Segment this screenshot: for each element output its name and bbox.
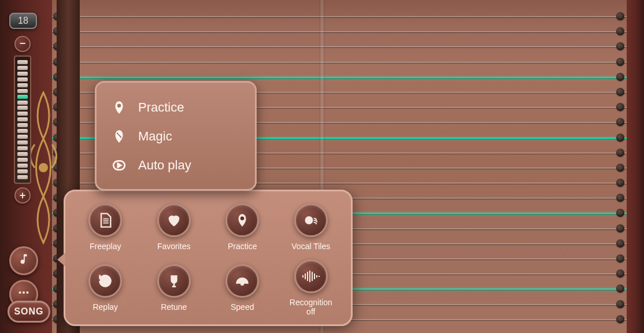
tool-label: Freeplay — [90, 242, 121, 251]
grommet — [616, 42, 624, 50]
tool-label: Practice — [228, 242, 257, 251]
song-button-label: SONG — [14, 306, 43, 317]
increment-button[interactable]: + — [14, 187, 31, 204]
svg-point-1 — [19, 291, 21, 294]
document-icon — [88, 204, 122, 237]
string-line[interactable] — [52, 46, 627, 47]
grommet — [616, 315, 624, 323]
svg-point-2 — [23, 291, 25, 294]
slider-notch — [17, 106, 28, 110]
song-button[interactable]: SONG — [8, 301, 50, 323]
string-line[interactable] — [52, 77, 627, 79]
string-slider-panel: − + — [6, 36, 39, 204]
pick-icon — [225, 204, 259, 237]
gauge-icon — [225, 264, 259, 298]
decrement-button[interactable]: − — [14, 36, 31, 52]
svg-point-7 — [305, 216, 313, 224]
grommet — [616, 12, 624, 20]
slider-notch — [17, 123, 28, 127]
grommet — [616, 27, 624, 35]
slider-notch — [17, 175, 28, 179]
music-library-button[interactable] — [9, 246, 38, 275]
voice-icon — [294, 204, 328, 237]
svg-rect-10 — [305, 273, 306, 279]
dots-icon — [17, 286, 30, 302]
slider-notch — [17, 112, 28, 116]
tool-label: Speed — [231, 302, 254, 312]
svg-point-6 — [240, 217, 245, 221]
svg-rect-14 — [314, 273, 315, 279]
tool-item-replay[interactable]: Replay — [79, 260, 132, 316]
slider-notch — [17, 60, 28, 64]
slider-notch — [17, 117, 28, 121]
grommet — [616, 73, 624, 81]
mode-item-magic[interactable]: Magic — [108, 122, 243, 151]
tool-item-gauge[interactable]: Speed — [216, 260, 269, 316]
grommet — [616, 149, 624, 157]
grommet — [616, 300, 624, 308]
tool-item-voice[interactable]: Vocal Tiles — [285, 199, 338, 255]
tool-item-document[interactable]: Freeplay — [79, 199, 132, 255]
tuning-fork-icon — [157, 264, 191, 298]
svg-point-4 — [117, 104, 121, 108]
grommet — [616, 239, 624, 247]
grommet — [616, 224, 624, 232]
slider-notch — [17, 95, 28, 99]
minus-icon: − — [20, 38, 26, 50]
tool-label: Retune — [161, 302, 187, 312]
replay-icon — [88, 264, 122, 298]
grommet — [616, 88, 624, 96]
waveform-icon — [294, 260, 328, 293]
heart-icon — [157, 204, 191, 237]
slider-notch — [17, 140, 28, 145]
grommet — [616, 58, 624, 66]
svg-point-3 — [26, 291, 28, 294]
tool-label: Vocal Tiles — [291, 242, 330, 251]
mode-item-autoplay[interactable]: Auto play — [108, 151, 243, 180]
string-line[interactable] — [52, 62, 627, 63]
slider-notch — [17, 72, 28, 76]
grommet — [616, 179, 624, 187]
string-counter-badge: 18 — [9, 13, 37, 29]
tool-label: Recognition off — [285, 298, 338, 316]
mode-item-practice[interactable]: Practice — [108, 93, 243, 122]
string-counter-value: 18 — [18, 16, 28, 26]
grommet — [616, 164, 624, 172]
slider-notch — [17, 83, 28, 87]
svg-rect-12 — [309, 271, 310, 282]
grommet — [616, 194, 624, 202]
grommet — [616, 209, 624, 217]
slider-notch — [17, 66, 28, 70]
tool-item-heart[interactable]: Favorites — [148, 199, 201, 255]
grommet — [616, 118, 624, 126]
svg-point-8 — [242, 283, 244, 285]
toolbar-panel: FreeplayFavoritesPracticeVocal TilesRepl… — [64, 190, 353, 326]
mode-item-label: Magic — [138, 129, 172, 144]
mode-item-label: Practice — [138, 100, 184, 115]
string-line[interactable] — [52, 16, 627, 17]
slider-notch — [17, 169, 28, 173]
string-line[interactable] — [52, 31, 627, 32]
music-note-icon — [17, 253, 30, 269]
grommet — [616, 269, 624, 278]
slider-notch — [17, 152, 28, 156]
wood-panel-right — [627, 0, 644, 333]
svg-rect-15 — [316, 275, 317, 278]
slider-notch — [17, 146, 28, 150]
slider-notch — [17, 101, 28, 105]
svg-point-0 — [39, 163, 48, 172]
plus-icon: + — [20, 190, 26, 202]
pick-mic-icon — [110, 99, 128, 116]
tool-item-waveform[interactable]: Recognition off — [285, 260, 338, 316]
tool-item-tuning-fork[interactable]: Retune — [148, 260, 201, 316]
grommet — [616, 103, 624, 111]
svg-rect-11 — [307, 272, 308, 281]
slider-notch — [17, 164, 28, 168]
play-icon — [110, 157, 128, 174]
string-slider-track[interactable] — [14, 56, 31, 184]
mode-item-label: Auto play — [138, 158, 191, 173]
grommet — [616, 254, 624, 262]
grommet — [616, 134, 624, 142]
tool-item-pick[interactable]: Practice — [216, 199, 269, 255]
grommet — [616, 284, 624, 293]
